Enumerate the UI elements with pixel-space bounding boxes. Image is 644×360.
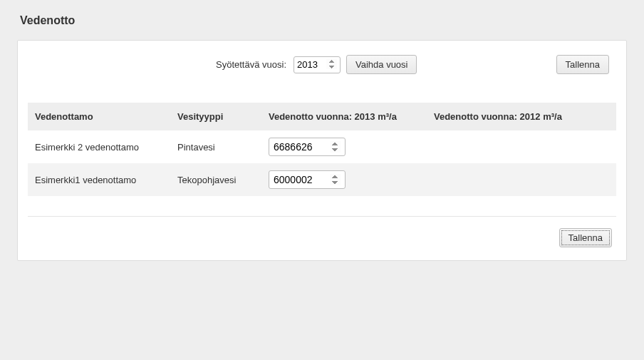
cell-previous (427, 163, 616, 196)
page-title: Vedenotto (20, 14, 627, 27)
year-input[interactable] (294, 56, 341, 73)
header-current: Vedenotto vuonna: 2013 m³/a (261, 103, 427, 130)
cell-water-type: Pintavesi (170, 130, 261, 163)
change-year-button[interactable]: Vaihda vuosi (346, 55, 417, 74)
header-previous: Vedenotto vuonna: 2012 m³/a (427, 103, 616, 130)
table-row: Esimerkki 2 vedenottamo Pintavesi (28, 130, 616, 163)
intake-table: Vedenottamo Vesityyppi Vedenotto vuonna:… (28, 103, 616, 196)
header-water-type: Vesityyppi (170, 103, 261, 130)
cell-station: Esimerkki1 vedenottamo (28, 163, 170, 196)
table-row: Esimerkki1 vedenottamo Tekopohjavesi (28, 163, 616, 196)
year-label: Syötettävä vuosi: (216, 59, 286, 70)
cell-current (261, 130, 427, 163)
save-button-top[interactable]: Tallenna (556, 55, 609, 74)
cell-current (261, 163, 427, 196)
cell-water-type: Tekopohjavesi (170, 163, 261, 196)
top-controls: Syötettävä vuosi: Vaihda vuosi Tallenna (28, 55, 616, 74)
main-panel: Syötettävä vuosi: Vaihda vuosi Tallenna … (17, 40, 627, 261)
bottom-row: Tallenna (28, 216, 616, 247)
table-header-row: Vedenottamo Vesityyppi Vedenotto vuonna:… (28, 103, 616, 130)
cell-station: Esimerkki 2 vedenottamo (28, 130, 170, 163)
current-value-input[interactable] (269, 170, 346, 189)
save-button-bottom[interactable]: Tallenna (559, 228, 612, 247)
current-value-input[interactable] (269, 138, 346, 156)
page-root: Vedenotto Syötettävä vuosi: Vaihda vuosi… (0, 0, 644, 275)
cell-previous (427, 130, 616, 163)
header-station: Vedenottamo (28, 103, 170, 130)
